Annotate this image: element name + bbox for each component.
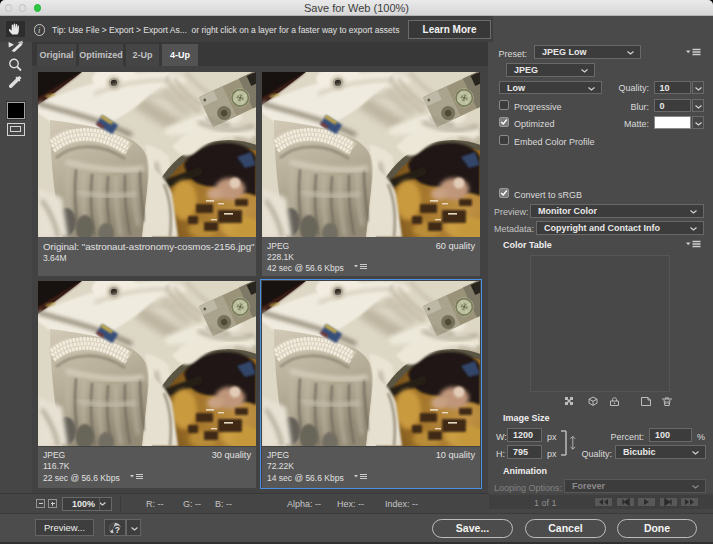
svg-text:?: ? [115, 525, 120, 535]
